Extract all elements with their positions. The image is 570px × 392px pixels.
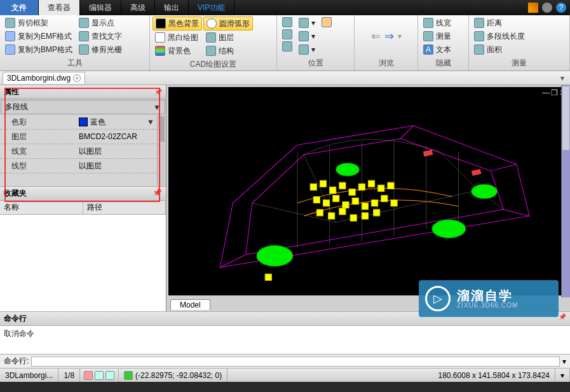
prev-icon[interactable]: ⇐ bbox=[371, 29, 381, 43]
btn-show-points[interactable]: 显示点 bbox=[76, 17, 125, 29]
favorites-columns: 名称 路径 bbox=[0, 201, 166, 215]
btn-pos-4[interactable]: ▾ bbox=[296, 30, 318, 43]
tab-editor[interactable]: 编辑器 bbox=[80, 0, 121, 15]
svg-rect-25 bbox=[372, 200, 378, 206]
pin-icon[interactable]: 📌 bbox=[153, 188, 162, 199]
prop-row-layer[interactable]: 图层BMCD2-02ZCAR bbox=[0, 130, 157, 144]
btn-layers[interactable]: 图层 bbox=[203, 31, 253, 44]
btn-bw-draw[interactable]: 黑白绘图 bbox=[153, 31, 202, 44]
svg-rect-31 bbox=[350, 215, 356, 221]
viewport-scrollbar[interactable] bbox=[561, 85, 570, 297]
btn-pos-5[interactable] bbox=[280, 41, 295, 52]
svg-rect-21 bbox=[333, 195, 339, 201]
status-dropdown-icon[interactable]: ▾ bbox=[555, 368, 570, 382]
col-name[interactable]: 名称 bbox=[0, 201, 83, 214]
tab-viewer[interactable]: 查看器 bbox=[39, 0, 80, 15]
tab-file[interactable]: 文件 bbox=[0, 0, 39, 15]
next-icon[interactable]: ⇒ bbox=[384, 29, 394, 43]
svg-point-9 bbox=[336, 163, 360, 176]
btn-area[interactable]: 面积 bbox=[472, 43, 527, 56]
svg-rect-23 bbox=[352, 198, 358, 204]
help-icon[interactable]: ? bbox=[556, 3, 566, 13]
tabstrip-dropdown-icon[interactable]: ▾ bbox=[557, 74, 567, 83]
group-label-browse: 浏览 bbox=[355, 57, 417, 71]
measure-icon bbox=[423, 31, 433, 41]
favorites-list[interactable] bbox=[0, 215, 166, 311]
chevron-down-icon[interactable]: ▾ bbox=[562, 357, 566, 366]
btn-polyline-length[interactable]: 多段线长度 bbox=[472, 30, 527, 43]
btn-text-hide[interactable]: A文本 bbox=[421, 43, 454, 56]
model-tab[interactable]: Model bbox=[170, 299, 210, 310]
scrollbar[interactable] bbox=[157, 115, 166, 186]
zoomall-icon bbox=[282, 41, 292, 51]
prop-row-linetype[interactable]: 线型以图层 bbox=[0, 159, 157, 173]
svg-rect-29 bbox=[329, 213, 335, 219]
prop-row-color[interactable]: 色彩 蓝色▼ bbox=[0, 115, 157, 130]
btn-measure-hide[interactable]: 测量 bbox=[421, 30, 454, 43]
document-tab[interactable]: 3DLamborgini.dwg × bbox=[3, 72, 85, 84]
viewport-3d[interactable]: — ❐ ✕ bbox=[168, 87, 568, 295]
zoomsel-icon bbox=[299, 44, 309, 55]
svg-rect-18 bbox=[388, 182, 394, 189]
grid-icon[interactable] bbox=[95, 371, 104, 380]
color-swatch bbox=[79, 118, 88, 126]
document-name: 3DLamborgini.dwg bbox=[7, 74, 71, 83]
document-tabstrip: 3DLamborgini.dwg × ▾ bbox=[0, 71, 570, 85]
btn-pos-3[interactable] bbox=[280, 29, 295, 40]
close-tab-icon[interactable]: × bbox=[73, 74, 81, 82]
snap-icon[interactable] bbox=[84, 371, 93, 380]
status-file: 3DLamborgi... bbox=[0, 368, 58, 382]
pin-icon[interactable]: 📌 bbox=[559, 313, 566, 324]
properties-header[interactable]: 属性📌 bbox=[0, 85, 166, 99]
status-scale[interactable]: 1/8 bbox=[58, 368, 80, 382]
linewidth-icon bbox=[423, 18, 433, 28]
btn-black-bg[interactable]: 黑色背景 bbox=[153, 17, 202, 30]
command-history-line: 取消命令 bbox=[4, 328, 566, 339]
pencil-icon[interactable] bbox=[528, 3, 538, 13]
favorites-header[interactable]: 收藏夹📌 bbox=[0, 186, 166, 201]
btn-copy-bmp[interactable]: 复制为BMP格式 bbox=[3, 43, 75, 56]
svg-rect-35 bbox=[423, 149, 433, 156]
command-history: 取消命令 ▷ 溜溜自学 ZIXUE.3D66.COM bbox=[0, 326, 570, 354]
btn-trim-raster[interactable]: 修剪光栅 bbox=[76, 43, 125, 56]
clip-icon bbox=[5, 18, 15, 28]
btn-pos-6[interactable]: ▾ bbox=[296, 43, 318, 56]
btn-copy-emf[interactable]: 复制为EMF格式 bbox=[3, 30, 75, 43]
entity-type-combo[interactable]: 多段线▼ bbox=[1, 100, 165, 114]
structure-icon bbox=[206, 46, 216, 56]
svg-rect-15 bbox=[358, 184, 365, 190]
btn-find-text[interactable]: 查找文字 bbox=[76, 30, 125, 43]
btn-pos-1[interactable] bbox=[280, 17, 295, 28]
tab-output[interactable]: 输出 bbox=[155, 0, 189, 15]
status-bar: 3DLamborgi... 1/8 (-22.82975; -92.08432;… bbox=[0, 368, 570, 382]
tab-vip[interactable]: VIP功能 bbox=[189, 0, 234, 15]
group-label-hide: 隐藏 bbox=[418, 57, 468, 71]
bmp-icon bbox=[5, 44, 15, 55]
chevron-down-icon[interactable]: ▼ bbox=[147, 115, 154, 129]
btn-structure[interactable]: 结构 bbox=[203, 44, 253, 57]
svg-rect-12 bbox=[330, 187, 336, 193]
zoomin-icon bbox=[299, 18, 309, 28]
tab-advanced[interactable]: 高级 bbox=[121, 0, 155, 15]
btn-linewidth[interactable]: 线宽 bbox=[421, 17, 454, 29]
ucs-icon[interactable] bbox=[124, 371, 133, 380]
group-label-measure: 测量 bbox=[469, 57, 569, 71]
settings-icon[interactable] bbox=[542, 3, 552, 13]
btn-bg-color[interactable]: 背景色 bbox=[153, 44, 202, 57]
btn-pos-2[interactable]: ▾ bbox=[296, 17, 318, 29]
btn-smooth-arc[interactable]: 圆滑弧形 bbox=[203, 17, 253, 30]
col-path[interactable]: 路径 bbox=[83, 201, 166, 214]
svg-rect-26 bbox=[381, 195, 388, 201]
points-icon bbox=[79, 18, 89, 28]
command-input[interactable] bbox=[31, 356, 560, 367]
chevron-down-icon: ▼ bbox=[153, 103, 161, 112]
svg-rect-20 bbox=[323, 200, 329, 206]
titlebar: 文件 查看器 编辑器 高级 输出 VIP功能 ? bbox=[0, 0, 570, 15]
btn-clip-frame[interactable]: 剪切框架 bbox=[3, 17, 75, 29]
btn-distance[interactable]: 距离 bbox=[472, 17, 527, 29]
prop-row-linewidth[interactable]: 线宽以图层 bbox=[0, 144, 157, 159]
btn-pan[interactable] bbox=[319, 17, 334, 28]
svg-rect-27 bbox=[391, 200, 397, 206]
pin-icon[interactable]: 📌 bbox=[154, 88, 162, 95]
ortho-icon[interactable] bbox=[105, 371, 114, 380]
